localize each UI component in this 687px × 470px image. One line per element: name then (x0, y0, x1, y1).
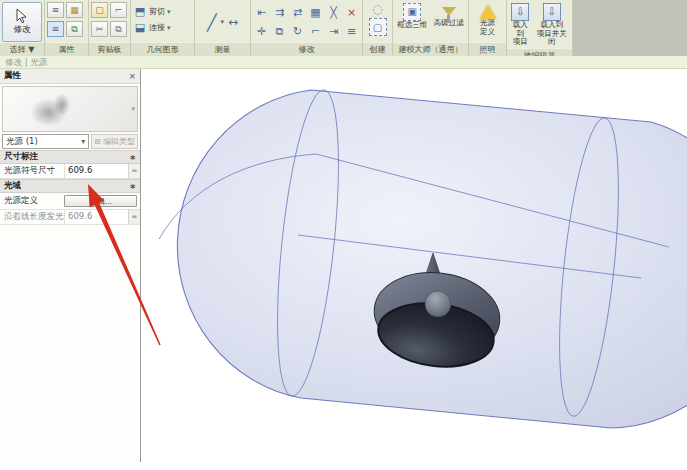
panel-label-modify[interactable]: 修改 (251, 42, 362, 56)
cut-geometry-icon: ⬒ (133, 5, 147, 18)
section-dimensions[interactable]: 尺寸标注 ∗ (0, 150, 140, 164)
paste-icon[interactable]: ▢ (91, 2, 108, 18)
param-value-input[interactable]: 609.6 (64, 164, 128, 178)
light-source-definition-button[interactable]: 光源 定义 (479, 2, 497, 37)
panel-properties: ≡ ▦ ≡ ⧉ 属性 (45, 0, 89, 56)
cut-caret-icon: ▾ (167, 8, 171, 16)
canvas-margin (0, 462, 687, 470)
panel-label-family-editor[interactable]: 族编辑器 (507, 48, 572, 57)
section-pin-icon: ∗ (129, 153, 136, 162)
properties-palette-icon[interactable]: ≡ (47, 21, 64, 37)
panel-label-measure[interactable]: 测量 (195, 42, 250, 56)
panel-geometry: ⬒ 剪切 ▾ ⬓ 连接 ▾ 几何图形 (131, 0, 195, 56)
join-geometry-icon: ⬓ (133, 21, 147, 34)
panel-family-editor: ⇩ 载入到 项目 ⇩ 载入到 项目并关闭 族编辑器 (507, 0, 573, 56)
offset-icon[interactable]: ⇉ (271, 3, 288, 21)
panel-label-geometry[interactable]: 几何图形 (131, 42, 194, 56)
create-component-icon[interactable]: ◌ (372, 2, 382, 16)
split-icon[interactable]: ╳ (325, 3, 342, 21)
param-label: 光源定义 (0, 195, 64, 207)
panel-create: ◌ ▢ 创建 (363, 0, 393, 56)
cursor-icon (15, 8, 29, 23)
light-def-label-2: 定义 (480, 28, 495, 37)
param-row-light-definition: 光源定义 编辑... (0, 193, 140, 210)
section-pin-icon: ∗ (129, 182, 136, 191)
box-select-3d-button[interactable]: ▣ 框选三维 (396, 2, 428, 31)
param-value-readonly: 609.6 (64, 210, 128, 224)
edit-type-icon: ⊞ (94, 137, 101, 146)
panel-label-clipboard[interactable]: 剪贴板 (89, 42, 130, 56)
align-right-icon[interactable]: ⇥ (325, 22, 342, 40)
array-icon[interactable]: ▦ (307, 3, 324, 21)
formula-button[interactable]: = (128, 210, 140, 224)
palette-close-button[interactable]: × (128, 71, 136, 81)
type-selector-value: 光源 (1) (6, 136, 38, 148)
panel-label-select[interactable]: 选择 ▼ (0, 42, 44, 56)
panel-master-general: ▣ 框选三维 高级过滤 建模大师（通用） (393, 0, 469, 56)
box-select-3d-icon: ▣ (403, 3, 421, 21)
palette-header: 属性 × (0, 69, 140, 84)
formula-button[interactable]: = (128, 164, 140, 178)
edit-type-button[interactable]: ⊞ 编辑类型 (91, 134, 138, 149)
load-into-project-close-icon: ⇩ (543, 3, 561, 21)
param-label: 沿着线长度发光 (0, 210, 64, 224)
ribbon: 修改 选择 ▼ ≡ ▦ ≡ ⧉ 属性 ▢ ⌐ ✂ (0, 0, 687, 56)
align-icon[interactable]: ⇤ (253, 3, 270, 21)
box-select-3d-label: 框选三维 (397, 21, 427, 30)
cut-clipboard-icon[interactable]: ✂ (91, 21, 108, 37)
param-row-symbol-size: 光源符号尺寸 609.6 = (0, 164, 140, 179)
section-photometrics-label: 光域 (4, 180, 21, 192)
match-type-icon[interactable]: ⌐ (110, 2, 127, 18)
create-selection-box-icon[interactable]: ▢ (369, 18, 387, 36)
palette-title: 属性 (4, 70, 21, 82)
load-into-project-button[interactable]: ⇩ 载入到 项目 (509, 2, 532, 48)
panel-lighting: 光源 定义 照明 (469, 0, 507, 56)
pin-icon[interactable]: ≡ (343, 22, 360, 40)
measure-between-refs-icon[interactable]: ╱ (207, 13, 217, 32)
move-icon[interactable]: ✛ (253, 22, 270, 40)
measure-caret-icon[interactable]: ▾ (221, 18, 225, 26)
param-row-emit-line-length: 沿着线长度发光 609.6 = (0, 210, 140, 225)
preview-expander-icon[interactable]: ▾ (131, 105, 135, 113)
panel-select: 修改 选择 ▼ (0, 0, 45, 56)
rotate-icon[interactable]: ↻ (289, 22, 306, 40)
drawing-area-3d-view[interactable] (141, 69, 687, 462)
advanced-filter-icon (442, 7, 456, 16)
param-label: 光源符号尺寸 (0, 164, 64, 178)
cut-geometry-button[interactable]: ⬒ 剪切 ▾ (133, 5, 171, 18)
options-bar-context: 修改 | 光源 (5, 57, 47, 67)
trim-icon[interactable]: ⌐ (307, 22, 324, 40)
section-photometrics[interactable]: 光域 ∗ (0, 179, 140, 193)
ribbon-empty-area (573, 0, 687, 56)
copy-clipboard-icon[interactable]: ⧉ (110, 21, 127, 37)
family-category-icon[interactable]: ⧉ (66, 21, 83, 37)
light-source-capsule[interactable] (159, 87, 687, 428)
delete-icon[interactable]: × (343, 3, 360, 21)
type-preview-image: ▾ (2, 86, 138, 132)
load-label-2: 项目 (513, 38, 528, 47)
load-into-project-close-button[interactable]: ⇩ 载入到 项目并关闭 (534, 2, 570, 48)
panel-label-create[interactable]: 创建 (363, 42, 392, 56)
join-geometry-button[interactable]: ⬓ 连接 ▾ (133, 21, 171, 34)
copy-icon[interactable]: ⧉ (271, 22, 288, 40)
modify-tool-button[interactable]: 修改 (2, 2, 42, 42)
type-properties-icon[interactable]: ≡ (47, 2, 64, 18)
panel-modify-tools: ⇤ ⇉ ⇄ ▦ ╳ × ✛ ⧉ ↻ ⌐ ⇥ ≡ 修改 (251, 0, 363, 56)
model-canvas (141, 69, 687, 462)
edit-type-label: 编辑类型 (103, 136, 135, 147)
modify-button-label: 修改 (14, 24, 31, 36)
advanced-filter-button[interactable]: 高级过滤 (433, 2, 465, 29)
panel-label-lighting[interactable]: 照明 (469, 42, 506, 56)
panel-label-properties[interactable]: 属性 (45, 42, 88, 56)
revit-family-editor-window: 修改 选择 ▼ ≡ ▦ ≡ ⧉ 属性 ▢ ⌐ ✂ (0, 0, 687, 470)
aligned-dimension-icon[interactable]: ↔ (228, 15, 238, 29)
mirror-icon[interactable]: ⇄ (289, 3, 306, 21)
load-close-label-2: 项目并关闭 (535, 30, 569, 47)
panel-measure: ╱ ▾ ↔ 测量 (195, 0, 251, 56)
lamp-bulb (425, 291, 451, 317)
family-types-icon[interactable]: ▦ (66, 2, 83, 18)
panel-label-master[interactable]: 建模大师（通用） (393, 42, 468, 56)
type-selector-dropdown[interactable]: 光源 (1) ▾ (2, 134, 89, 149)
light-definition-edit-button[interactable]: 编辑... (64, 195, 137, 207)
cut-geometry-label: 剪切 (149, 6, 165, 17)
